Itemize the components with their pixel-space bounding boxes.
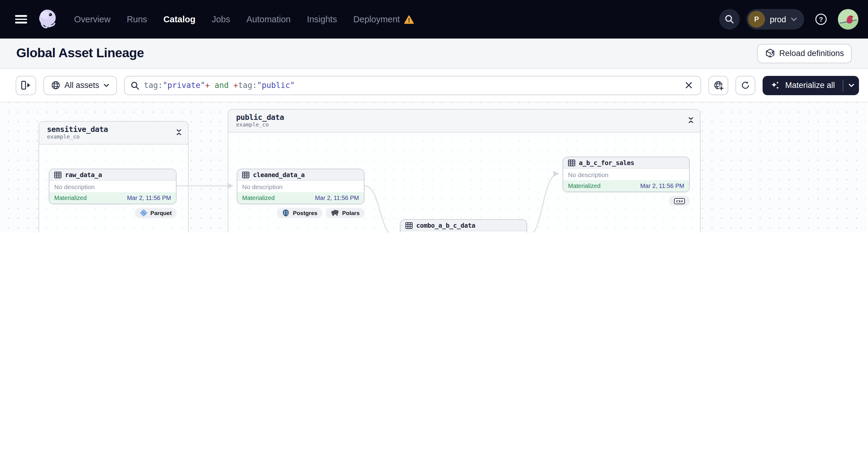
kind-tag-parquet[interactable]: Parquet xyxy=(135,208,177,218)
table-icon xyxy=(54,172,61,178)
warning-triangle-icon xyxy=(404,15,414,24)
kind-tag-csv[interactable]: csv xyxy=(670,196,690,206)
global-search-button[interactable] xyxy=(719,9,740,30)
page-title: Global Asset Lineage xyxy=(16,46,144,61)
reload-cube-icon: ↺ xyxy=(765,48,775,58)
deployment-avatar: P xyxy=(748,11,765,28)
kind-tag-postgres[interactable]: Postgres xyxy=(277,208,322,218)
help-button[interactable]: ? xyxy=(811,9,831,30)
asset-search-input[interactable]: tag:"private"+ and +tag:"public" xyxy=(124,75,702,95)
clear-search-button[interactable] xyxy=(683,80,695,91)
kind-tag-polars[interactable]: Polars xyxy=(326,208,365,218)
asset-description: No description xyxy=(563,169,689,180)
nav-item-overview[interactable]: Overview xyxy=(74,14,111,24)
group-title: sensitive_data xyxy=(47,125,180,134)
polars-icon xyxy=(331,210,339,216)
badge-row: Postgres Polars xyxy=(277,208,365,218)
dagster-app: Overview Runs Catalog Jobs Automation In… xyxy=(0,0,868,232)
nav-item-runs[interactable]: Runs xyxy=(127,14,147,24)
help-icon: ? xyxy=(814,13,828,26)
csv-icon: csv xyxy=(674,198,685,204)
reload-definitions-button[interactable]: ↺ Reload definitions xyxy=(757,44,852,63)
nav-item-catalog[interactable]: Catalog xyxy=(163,14,195,24)
toggle-sidebar-button[interactable] xyxy=(16,75,36,95)
materialize-all-label: Materialize all xyxy=(785,81,835,90)
asset-description: No description xyxy=(401,231,526,232)
chevron-down-icon xyxy=(791,17,797,21)
parquet-icon xyxy=(140,209,147,217)
materialization-timestamp: Mar 2, 11:56 PM xyxy=(315,194,359,201)
top-nav: Overview Runs Catalog Jobs Automation In… xyxy=(0,0,868,38)
reload-definitions-label: Reload definitions xyxy=(779,49,844,58)
chevron-down-icon xyxy=(848,84,854,87)
svg-text:?: ? xyxy=(819,16,823,23)
nav-item-automation[interactable]: Automation xyxy=(246,14,291,24)
postgres-icon xyxy=(282,209,290,217)
status-badge: Materialized xyxy=(242,194,275,201)
deployment-name: prod xyxy=(770,15,786,24)
nav-item-insights[interactable]: Insights xyxy=(307,14,337,24)
table-icon xyxy=(242,172,249,178)
chevron-down-icon xyxy=(103,84,109,87)
asset-name: a_b_c_for_sales xyxy=(579,159,634,166)
sparkles-icon xyxy=(771,81,780,90)
asset-name: combo_a_b_c_data xyxy=(416,222,475,229)
search-icon xyxy=(131,81,139,89)
asset-node-combo-a-b-c-data[interactable]: combo_a_b_c_data No description Material… xyxy=(400,219,527,232)
asset-description: No description xyxy=(50,181,176,192)
group-header[interactable]: sensitive_data example_co xyxy=(39,122,188,145)
status-badge: Materialized xyxy=(54,194,87,201)
table-icon xyxy=(568,159,575,166)
asset-node-raw-data-a[interactable]: raw_data_a No description MaterializedMa… xyxy=(49,169,177,204)
nav-right-cluster: P prod ? xyxy=(719,9,858,30)
refresh-graph-button[interactable] xyxy=(736,75,756,95)
search-icon xyxy=(725,14,734,24)
panel-expand-icon xyxy=(21,81,31,90)
materialize-all-button[interactable]: Materialize all xyxy=(763,75,859,95)
collapse-icon xyxy=(176,129,182,135)
asset-node-cleaned-data-a[interactable]: cleaned_data_a No description Materializ… xyxy=(237,169,365,204)
status-badge: Materialized xyxy=(568,183,600,189)
materialization-timestamp: Mar 2, 11:56 PM xyxy=(640,183,684,189)
collapse-group-button[interactable] xyxy=(688,117,694,123)
plus-icon xyxy=(719,86,724,91)
avatar-bird-image xyxy=(838,9,858,30)
collapse-group-button[interactable] xyxy=(176,129,182,135)
nav-items: Overview Runs Catalog Jobs Automation In… xyxy=(74,14,414,24)
group-subtitle: example_co xyxy=(236,122,692,128)
lineage-canvas[interactable]: sensitive_data example_co public_data ex… xyxy=(0,102,868,232)
group-header[interactable]: public_data example_co xyxy=(228,110,700,132)
badge-row: Parquet xyxy=(135,208,177,218)
nav-item-jobs[interactable]: Jobs xyxy=(212,14,230,24)
hamburger-menu-icon[interactable] xyxy=(15,15,27,24)
lineage-toolbar: All assets tag:"private"+ and +tag:"publ… xyxy=(0,69,868,102)
deployment-switcher[interactable]: P prod xyxy=(746,9,804,30)
materialization-timestamp: Mar 2, 11:56 PM xyxy=(127,194,171,201)
group-title: public_data xyxy=(236,113,692,122)
asset-name: raw_data_a xyxy=(65,171,102,178)
asset-description: No description xyxy=(237,181,364,192)
asset-node-a-b-c-for-sales[interactable]: a_b_c_for_sales No description Materiali… xyxy=(563,157,690,192)
nav-item-deployment[interactable]: Deployment xyxy=(353,14,400,24)
asset-scope-label: All assets xyxy=(64,81,99,90)
table-icon xyxy=(405,222,413,228)
search-query-value: tag:"private"+ and +tag:"public" xyxy=(144,81,295,90)
octopus-logo-icon xyxy=(35,7,60,31)
view-scope-globe-button[interactable] xyxy=(709,75,728,95)
close-icon xyxy=(686,82,692,89)
dagster-logo[interactable] xyxy=(35,7,60,31)
asset-name: cleaned_data_a xyxy=(253,171,305,178)
asset-scope-dropdown[interactable]: All assets xyxy=(43,75,117,95)
scrollbar-gutter xyxy=(866,102,868,232)
globe-icon xyxy=(51,81,60,90)
page-header: Global Asset Lineage ↺ Reload definition… xyxy=(0,38,868,69)
collapse-icon xyxy=(688,117,694,123)
materialize-options-button[interactable] xyxy=(843,75,859,95)
user-avatar[interactable] xyxy=(838,9,858,30)
refresh-icon xyxy=(741,81,750,90)
badge-row: csv xyxy=(670,196,690,206)
group-subtitle: example_co xyxy=(47,134,180,140)
